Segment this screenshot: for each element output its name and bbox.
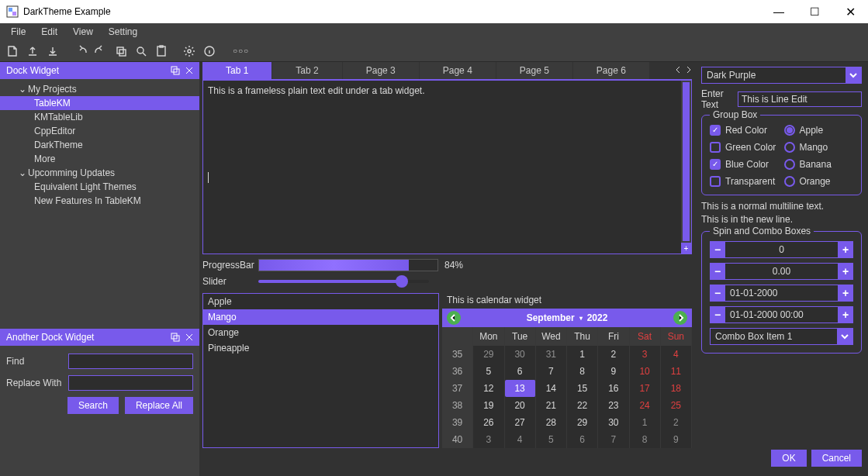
tab-2[interactable]: Tab 2: [272, 62, 341, 79]
calendar-day[interactable]: 5: [473, 363, 504, 380]
calendar-day[interactable]: 13: [505, 380, 536, 397]
search-icon[interactable]: [132, 42, 150, 60]
radio-box[interactable]: [784, 176, 795, 187]
copy-icon[interactable]: [112, 42, 130, 60]
menu-file[interactable]: File: [3, 25, 33, 39]
scrollbar-plus-icon[interactable]: +: [681, 243, 691, 254]
calendar-day[interactable]: 17: [630, 380, 661, 397]
radio-orange[interactable]: Orange: [784, 176, 854, 187]
calendar-day[interactable]: 4: [661, 346, 692, 363]
calendar-day[interactable]: 7: [598, 431, 629, 448]
slider-thumb[interactable]: [396, 275, 408, 288]
calendar-day[interactable]: 1: [630, 414, 661, 431]
search-button[interactable]: Search: [67, 397, 119, 414]
item-combo[interactable]: Combo Box Item 1: [710, 328, 853, 345]
checkbox-box[interactable]: [710, 125, 721, 136]
calendar-day[interactable]: 15: [567, 380, 598, 397]
calendar-prev-button[interactable]: [447, 311, 461, 325]
calendar-day[interactable]: 16: [598, 380, 629, 397]
calendar-day[interactable]: 3: [473, 431, 504, 448]
calendar-day[interactable]: 9: [598, 363, 629, 380]
calendar-day[interactable]: 4: [505, 431, 536, 448]
calendar-day[interactable]: 12: [473, 380, 504, 397]
tab-1[interactable]: Tab 1: [202, 62, 271, 79]
dock2-float-button[interactable]: [168, 330, 182, 344]
calendar-day[interactable]: 2: [598, 346, 629, 363]
calendar-day[interactable]: 8: [567, 363, 598, 380]
spin-minus-button[interactable]: −: [710, 285, 725, 302]
list-item[interactable]: Mango: [203, 309, 438, 325]
radio-box[interactable]: [784, 159, 795, 170]
calendar-day[interactable]: 25: [661, 397, 692, 414]
chevron-down-icon[interactable]: [846, 67, 861, 83]
scrollbar-thumb[interactable]: [683, 82, 690, 241]
calendar-year[interactable]: 2022: [587, 312, 608, 323]
download-icon[interactable]: [43, 42, 62, 60]
checkbox-red-color[interactable]: Red Color: [710, 125, 780, 136]
radio-apple[interactable]: Apple: [784, 125, 854, 136]
calendar-day[interactable]: 3: [630, 346, 661, 363]
menu-view[interactable]: View: [65, 25, 101, 39]
checkbox-box[interactable]: [710, 176, 721, 187]
menu-edit[interactable]: Edit: [33, 25, 65, 39]
calendar-day[interactable]: 29: [567, 414, 598, 431]
calendar-day[interactable]: 11: [661, 363, 692, 380]
tree-item[interactable]: CppEditor: [0, 124, 199, 138]
undo-icon[interactable]: [71, 42, 90, 60]
tree-item[interactable]: KMTableLib: [0, 110, 199, 124]
calendar-day[interactable]: 23: [598, 397, 629, 414]
radio-mango[interactable]: Mango: [784, 142, 854, 153]
plain-text-edit[interactable]: This is a frameless plain text edit unde…: [202, 80, 681, 254]
calendar-next-button[interactable]: [673, 311, 687, 325]
calendar-day[interactable]: 27: [505, 414, 536, 431]
radio-box[interactable]: [784, 125, 795, 136]
calendar-day[interactable]: 26: [473, 414, 504, 431]
dock1-close-button[interactable]: [182, 64, 196, 78]
chevron-down-icon[interactable]: [837, 329, 852, 344]
menu-setting[interactable]: Setting: [101, 25, 145, 39]
calendar-day[interactable]: 20: [505, 397, 536, 414]
tab-page-3[interactable]: Page 3: [343, 62, 419, 79]
calendar-day[interactable]: 30: [505, 346, 536, 363]
replace-input[interactable]: [68, 375, 193, 391]
tree-root-upcoming[interactable]: ⌄Upcomming Updates: [0, 166, 199, 180]
spin-minus-button[interactable]: −: [710, 306, 725, 323]
radio-box[interactable]: [784, 142, 795, 153]
spin-plus-button[interactable]: +: [838, 285, 853, 302]
int-spinbox[interactable]: −0+: [710, 241, 853, 258]
calendar-day[interactable]: 6: [505, 363, 536, 380]
maximize-button[interactable]: ☐: [797, 0, 832, 23]
list-item[interactable]: Orange: [203, 325, 438, 340]
tab-page-6[interactable]: Page 6: [573, 62, 649, 79]
checkbox-transparent[interactable]: Transparent: [710, 176, 780, 187]
calendar-day[interactable]: 14: [536, 380, 567, 397]
redo-icon[interactable]: [92, 42, 110, 60]
calendar-day[interactable]: 18: [661, 380, 692, 397]
tree-item[interactable]: New Features In TableKM: [0, 194, 199, 208]
checkbox-box[interactable]: [710, 159, 721, 170]
spin-plus-button[interactable]: +: [838, 306, 853, 323]
tree-item[interactable]: Equivalent Light Themes: [0, 180, 199, 194]
tab-page-4[interactable]: Page 4: [420, 62, 496, 79]
replace-all-button[interactable]: Replace All: [125, 397, 193, 414]
calendar-grid[interactable]: MonTueWedThuFriSatSun3529303112343656789…: [442, 327, 692, 448]
vertical-scrollbar[interactable]: +: [681, 80, 692, 254]
calendar-day[interactable]: 2: [661, 414, 692, 431]
project-tree[interactable]: ⌄My Projects TableKM KMTableLib CppEdito…: [0, 79, 199, 211]
calendar-day[interactable]: 24: [630, 397, 661, 414]
double-spinbox[interactable]: −0.00+: [710, 263, 853, 280]
new-file-icon[interactable]: [3, 42, 22, 60]
tab-page-5[interactable]: Page 5: [496, 62, 572, 79]
tab-scroll-right-icon[interactable]: [684, 65, 692, 76]
paste-icon[interactable]: [152, 42, 171, 60]
list-item[interactable]: Apple: [203, 294, 438, 309]
calendar-day[interactable]: 30: [598, 414, 629, 431]
calendar-day[interactable]: 9: [661, 431, 692, 448]
close-button[interactable]: ✕: [832, 0, 868, 23]
checkbox-box[interactable]: [710, 142, 721, 153]
spin-plus-button[interactable]: +: [838, 263, 853, 280]
dock2-close-button[interactable]: [182, 330, 196, 344]
minimize-button[interactable]: ―: [761, 0, 797, 23]
calendar-day[interactable]: 8: [630, 431, 661, 448]
find-input[interactable]: [68, 354, 193, 369]
